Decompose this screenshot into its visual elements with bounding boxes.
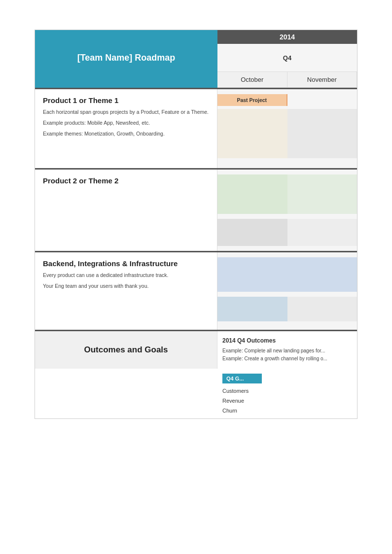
- product2-gray-block: [217, 219, 287, 246]
- header-left-year: [35, 30, 217, 44]
- backend-gray-block: [287, 297, 357, 321]
- outcomes-left: Outcomes and Goals: [35, 331, 217, 369]
- outcomes-right: 2014 Q4 Outcomes Example: Complete all n…: [217, 331, 357, 369]
- product1-desc2: Example products: Mobile App, Newsfeed, …: [43, 119, 209, 127]
- backend-section: Backend, Integrations & Infrastructure E…: [35, 251, 357, 330]
- product2-green-block2: [287, 174, 357, 214]
- product1-right: Past Project: [217, 89, 357, 168]
- product1-desc1: Each horizontal span groups projects by …: [43, 108, 209, 116]
- team-name-label: [Team Name] Roadmap: [35, 44, 217, 72]
- header-year-row: 2014: [35, 30, 357, 44]
- goal-customers: Customers: [222, 386, 352, 396]
- product2-green-block: [217, 174, 287, 214]
- product2-title: Product 2 or Theme 2: [43, 176, 209, 185]
- goals-section: Q4 G... Customers Revenue Churn: [35, 371, 357, 418]
- months-left-spacer: [35, 72, 217, 88]
- goal-revenue: Revenue: [222, 396, 352, 406]
- outcomes-header: 2014 Q4 Outcomes: [222, 337, 352, 344]
- product1-gray-block: [287, 109, 357, 158]
- outcomes-title: Outcomes and Goals: [84, 345, 168, 355]
- backend-blue-block2: [217, 297, 287, 321]
- product2-right: [217, 170, 357, 251]
- outcomes-text1: Example: Complete all new landing pages …: [222, 347, 352, 355]
- goals-header-bar: Q4 G...: [222, 374, 262, 383]
- months-area: October November: [217, 72, 357, 88]
- year-label: 2014: [217, 30, 357, 44]
- header-q-row: [Team Name] Roadmap Q4: [35, 44, 357, 72]
- backend-left: Backend, Integrations & Infrastructure E…: [35, 252, 217, 330]
- backend-desc1: Every product can use a dedicated infras…: [43, 272, 209, 279]
- product1-left: Product 1 or Theme 1 Each horizontal spa…: [35, 89, 217, 168]
- outcomes-section: Outcomes and Goals 2014 Q4 Outcomes Exam…: [35, 330, 357, 369]
- backend-desc2: Your Eng team and your users with thank …: [43, 282, 209, 290]
- goal-churn: Churn: [222, 406, 352, 416]
- goals-right: Q4 G... Customers Revenue Churn: [217, 371, 357, 418]
- product1-section: Product 1 or Theme 1 Each horizontal spa…: [35, 88, 357, 168]
- product1-desc3: Example themes: Monetization, Growth, On…: [43, 130, 209, 138]
- month-november: November: [287, 72, 357, 88]
- backend-title: Backend, Integrations & Infrastructure: [43, 259, 209, 268]
- product1-title: Product 1 or Theme 1: [43, 96, 209, 104]
- product2-gray-block2: [287, 219, 357, 246]
- outcomes-text2: Example: Create a growth channel by roll…: [222, 355, 352, 363]
- goals-items: Customers Revenue Churn: [222, 386, 352, 416]
- backend-right: [217, 252, 357, 330]
- q-label: Q4: [217, 44, 357, 72]
- roadmap-container: 2014 [Team Name] Roadmap Q4 October Nove…: [35, 30, 357, 419]
- header-months-row: October November: [35, 72, 357, 88]
- past-project-bar: Past Project: [217, 94, 287, 106]
- product2-section: Product 2 or Theme 2: [35, 168, 357, 251]
- month-october: October: [217, 72, 287, 88]
- backend-blue-block: [217, 257, 357, 292]
- product1-orange-block: [217, 109, 287, 158]
- product2-left: Product 2 or Theme 2: [35, 170, 217, 251]
- goals-left: [35, 371, 217, 418]
